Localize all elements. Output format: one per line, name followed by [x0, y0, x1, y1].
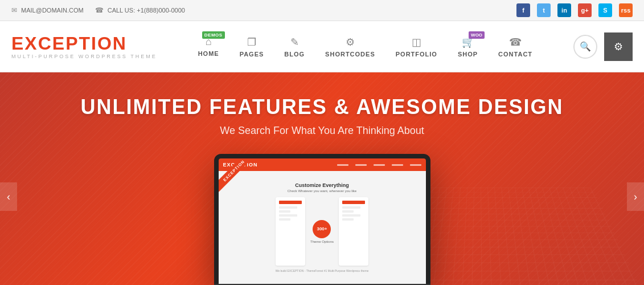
nav-label-blog: BLOG	[284, 51, 305, 58]
email-icon: ✉	[11, 6, 17, 14]
fake-row	[279, 210, 290, 213]
nav-item-contact[interactable]: ☎ CONTACT	[488, 21, 543, 72]
phone-icon: ☎	[95, 6, 104, 14]
panel-title-bar	[342, 201, 365, 204]
nav-label-shop: SHOP	[458, 51, 478, 58]
next-arrow[interactable]: ›	[627, 182, 644, 211]
googleplus-icon[interactable]: g+	[578, 3, 592, 17]
header-actions: 🔍 ⚙	[573, 32, 633, 61]
nav-item-blog[interactable]: ✎ BLOG	[274, 21, 315, 72]
monitor-frame: EXCEPTION EXCEPTION	[214, 154, 430, 284]
logo-subtitle: MULTI-PURPOSE WORDPRESS THEME	[11, 54, 157, 59]
badge-label: Theme Options	[310, 240, 334, 243]
nav-label-portfolio: PORTFOLIO	[396, 51, 437, 58]
nav-label-shortcodes: SHORTCODES	[325, 51, 375, 58]
fake-row	[279, 206, 297, 209]
badge-demos: DEMOS	[202, 31, 225, 39]
blog-icon: ✎	[290, 36, 299, 48]
hero-section: ‹ › UNLIMITED FEATURES & AWESOME DESIGN …	[0, 72, 644, 285]
nav-label-pages: PAGES	[240, 51, 264, 58]
phone-info: ☎ CALL US: +1(888)000-0000	[95, 6, 185, 14]
nav-item-shortcodes[interactable]: ⚙ SHORTCODES	[315, 21, 385, 72]
hero-subtitle: We Search For What You Are Thinking Abou…	[220, 125, 424, 137]
nav-item-portfolio[interactable]: ◫ PORTFOLIO	[385, 21, 448, 72]
screen-nav	[337, 164, 421, 166]
fake-row	[342, 218, 354, 221]
social-icons: f t in g+ S rss	[516, 3, 633, 17]
email-info: ✉ MAIL@DOMAIN.COM	[11, 6, 84, 14]
facebook-icon[interactable]: f	[516, 3, 530, 17]
nav-label-home: HOME	[198, 50, 219, 57]
rss-icon[interactable]: rss	[619, 3, 633, 17]
logo[interactable]: EXCEPTION MULTI-PURPOSE WORDPRESS THEME	[11, 34, 157, 59]
screen-title: Customize Everything	[276, 182, 369, 188]
main-nav: ⌂ HOME DEMOS ❐ PAGES ✎ BLOG ⚙ SHORTCODES…	[188, 21, 543, 72]
count-badge: 300+	[313, 220, 331, 238]
fake-ui-panels: 300+ Theme Options	[276, 197, 369, 266]
twitter-icon[interactable]: t	[537, 3, 551, 17]
fake-row	[279, 218, 290, 221]
skype-icon[interactable]: S	[598, 3, 612, 17]
right-arrow-icon: ›	[634, 191, 637, 203]
fake-row	[279, 214, 297, 217]
contact-icon: ☎	[509, 36, 522, 48]
ribbon-badge: EXCEPTION	[219, 158, 255, 192]
pages-icon: ❐	[247, 36, 256, 48]
screen-footer-text: We build EXCEPTION - ThemeForest #1 Mult…	[276, 269, 369, 272]
topbar-contact-info: ✉ MAIL@DOMAIN.COM ☎ CALL US: +1(888)000-…	[11, 6, 185, 14]
screen-nav-dot	[410, 164, 421, 166]
fake-panel-2	[339, 197, 368, 266]
center-panel: 300+ Theme Options	[309, 197, 336, 266]
screen-nav-dot	[355, 164, 367, 166]
fake-panel-1	[276, 197, 305, 266]
fake-row	[342, 214, 360, 217]
screen-nav-dot	[374, 164, 385, 166]
search-icon: 🔍	[580, 41, 591, 52]
screen-hero-text: Customize Everything Check Whatever you …	[276, 182, 369, 272]
phone-number: CALL US: +1(888)000-0000	[108, 7, 185, 14]
settings-button[interactable]: ⚙	[604, 32, 633, 61]
linkedin-icon[interactable]: in	[557, 3, 571, 17]
nav-item-pages[interactable]: ❐ PAGES	[229, 21, 274, 72]
search-button[interactable]: 🔍	[573, 35, 597, 59]
fake-row	[342, 206, 360, 209]
left-arrow-icon: ‹	[7, 191, 10, 203]
panel-title-bar	[279, 201, 302, 204]
badge-woo: WOO	[469, 31, 485, 39]
nav-item-shop[interactable]: 🛒 SHOP WOO	[448, 21, 488, 72]
monitor-mockup: EXCEPTION EXCEPTION	[214, 154, 430, 285]
fake-row	[342, 210, 354, 213]
screen-subtitle: Check Whatever you want, whenever you li…	[276, 189, 369, 193]
nav-label-contact: CONTACT	[498, 51, 532, 58]
screen-nav-dot	[337, 164, 348, 166]
logo-text: EXCEPTION	[11, 34, 157, 52]
monitor-screen: EXCEPTION EXCEPTION	[219, 158, 426, 284]
settings-icon: ⚙	[614, 40, 623, 53]
hero-title: UNLIMITED FEATURES & AWESOME DESIGN	[80, 95, 563, 119]
prev-arrow[interactable]: ‹	[0, 182, 17, 211]
shortcodes-icon: ⚙	[346, 36, 355, 48]
portfolio-icon: ◫	[412, 36, 421, 48]
email-address: MAIL@DOMAIN.COM	[21, 7, 84, 14]
nav-item-home[interactable]: ⌂ HOME DEMOS	[188, 21, 229, 72]
screen-nav-dot	[392, 164, 403, 166]
header: EXCEPTION MULTI-PURPOSE WORDPRESS THEME …	[0, 21, 644, 72]
topbar: ✉ MAIL@DOMAIN.COM ☎ CALL US: +1(888)000-…	[0, 0, 644, 21]
